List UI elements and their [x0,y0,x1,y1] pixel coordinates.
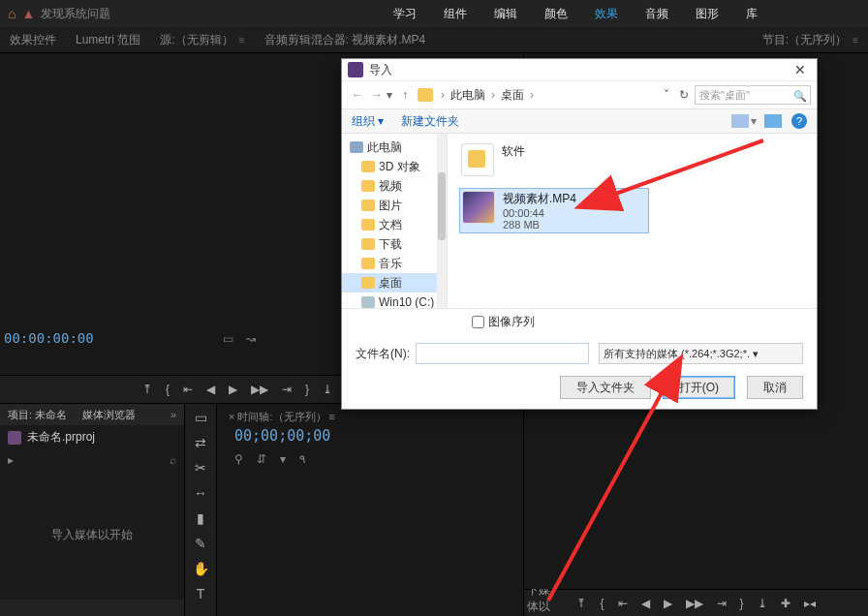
link-icon[interactable]: ⇵ [257,452,266,466]
tool-button[interactable]: ✂ [195,460,206,476]
dialog-nav: ← → ▾ ↑ › 此电脑 › 桌面 › ˅ ↻ 搜索"桌面" 🔍 [342,81,817,109]
tab-project[interactable]: 项目: 未命名 [0,408,75,422]
tree-item-图片[interactable]: 图片 [342,196,447,215]
transport-button[interactable]: ▶▶ [251,383,268,396]
marker-icon[interactable]: ▾ [280,452,286,466]
transport-button[interactable]: ⇤ [183,383,193,396]
transport-button[interactable]: ◀ [206,383,215,396]
tree-item-文档[interactable]: 文档 [342,215,447,234]
workspace-tab-学习[interactable]: 学习 [393,6,417,22]
more-tabs-icon[interactable]: » [163,409,184,420]
add-marker-icon[interactable]: ↝ [246,332,258,344]
path-dropdown-icon[interactable]: ˅ [664,88,669,102]
transport-button[interactable]: ⤒ [142,383,152,396]
transport-button[interactable]: ⇥ [717,597,727,610]
close-icon[interactable]: ≡ [239,35,245,46]
snap-icon[interactable]: ⚲ [234,452,243,466]
transport-button[interactable]: ✚ [781,597,790,610]
help-icon[interactable]: ? [791,113,807,129]
up-icon[interactable]: ↑ [402,88,408,102]
tree-item-3D 对象[interactable]: 3D 对象 [342,157,447,176]
image-sequence-row: 图像序列 [342,308,817,335]
transport-button[interactable]: ⇤ [618,597,628,610]
transport-button[interactable]: ⤒ [576,597,586,610]
tab-effects-controls[interactable]: 效果控件 [0,27,66,52]
refresh-icon[interactable]: ↻ [679,88,689,102]
workspace-tab-颜色[interactable]: 颜色 [544,6,568,22]
file-list[interactable]: 软件视频素材.MP400:00:44288 MB [448,134,817,308]
transport-button[interactable]: ⤓ [758,597,767,610]
close-button[interactable]: ✕ [790,62,811,77]
search-input[interactable]: 搜索"桌面" 🔍 [695,85,811,105]
image-sequence-checkbox[interactable] [472,316,484,328]
view-mode-icon[interactable] [731,114,749,128]
timeline-panel[interactable]: × 时间轴:（无序列） ≡ 00;00;00;00 ⚲ ⇵ ▾ ٩ 在此处放下媒… [217,404,523,616]
import-dialog: 导入 ✕ ← → ▾ ↑ › 此电脑 › 桌面 › ˅ ↻ 搜索"桌面" 🔍 组… [341,58,818,410]
workspace-tab-编辑[interactable]: 编辑 [494,6,517,22]
transport-button[interactable]: { [166,383,170,396]
tool-button[interactable]: ⇄ [195,435,206,450]
cancel-button[interactable]: 取消 [747,376,803,399]
new-folder-button[interactable]: 新建文件夹 [401,113,459,130]
workspace-tab-音频[interactable]: 音频 [645,6,668,22]
tree-item-音乐[interactable]: 音乐 [342,254,447,273]
tree-item-Win10 (C:)[interactable]: Win10 (C:) [342,293,447,308]
tool-button[interactable]: ↔ [194,485,207,501]
source-timecode[interactable]: 00:00:00:00 [4,330,94,346]
fit-icon[interactable]: ▭ [223,332,234,344]
import-folder-button[interactable]: 导入文件夹 [560,376,651,399]
tree-item-此电脑[interactable]: 此电脑 [342,138,447,157]
tab-timeline[interactable]: × 时间轴:（无序列） ≡ [229,411,335,422]
folder-tree[interactable]: 此电脑3D 对象视频图片文档下载音乐桌面Win10 (C:) [342,134,448,308]
filename-input[interactable] [416,343,589,364]
transport-button[interactable]: { [600,597,604,610]
workspace-tab-库[interactable]: 库 [746,6,758,22]
home-icon[interactable]: ⌂ [8,6,16,21]
search-icon[interactable]: ⌕ [170,453,176,467]
tab-audio-mixer[interactable]: 音频剪辑混合器: 视频素材.MP4 [255,27,436,52]
open-button[interactable]: 打开(O) [663,376,735,399]
timeline-timecode[interactable]: 00;00;00;00 [234,427,330,445]
breadcrumb-desktop[interactable]: 桌面 [501,87,524,104]
preview-pane-icon[interactable] [764,114,782,128]
tool-button[interactable]: ▮ [197,510,204,526]
transport-button[interactable]: ▶▶ [686,597,703,610]
tab-program[interactable]: 节目:（无序列）≡ [753,27,868,52]
close-icon[interactable]: ≡ [852,35,858,46]
transport-button[interactable]: ▶ [664,597,672,610]
filetype-dropdown[interactable]: 所有支持的媒体 (*.264;*.3G2;*. ▾ [599,343,803,364]
transport-button[interactable]: ⇥ [282,383,292,396]
tab-lumetri[interactable]: Lumetri 范围 [66,27,150,52]
workspace-tab-组件[interactable]: 组件 [444,6,467,22]
tree-item-桌面[interactable]: 桌面 [342,273,447,293]
tool-button[interactable]: ✎ [195,536,206,551]
tree-item-视频[interactable]: 视频 [342,176,447,196]
transport-button[interactable]: ⤓ [323,383,332,396]
tool-button[interactable]: ✋ [193,561,209,576]
breadcrumb-pc[interactable]: 此电脑 [450,87,485,104]
tool-button[interactable]: ▭ [195,410,207,425]
file-name: 视频素材.MP4 [503,191,576,207]
bin-icon[interactable]: ▸ [8,453,14,467]
settings-icon[interactable]: ٩ [299,452,305,466]
history-dropdown-icon[interactable]: ▾ [387,88,392,102]
dialog-titlebar[interactable]: 导入 ✕ [342,59,817,81]
transport-button[interactable]: ▸◂ [804,597,816,610]
tree-item-下载[interactable]: 下载 [342,234,447,254]
workspace-tab-效果[interactable]: 效果 [595,6,618,22]
file-item-软件[interactable]: 软件 [459,141,809,178]
tab-media-browser[interactable]: 媒体浏览器 [75,408,143,422]
organize-menu[interactable]: 组织 ▾ [352,113,384,130]
transport-button[interactable]: ◀ [641,597,650,610]
scrollbar[interactable] [437,134,447,308]
tab-source[interactable]: 源:（无剪辑）≡ [150,27,254,52]
forward-icon[interactable]: → [371,88,383,102]
file-item-视频素材.MP4[interactable]: 视频素材.MP400:00:44288 MB [459,188,649,233]
transport-button[interactable]: } [305,383,309,396]
transport-button[interactable]: ▶ [229,383,237,396]
tool-button[interactable]: T [197,586,205,601]
back-icon[interactable]: ← [352,88,363,102]
project-drop-hint[interactable]: 导入媒体以开始 [0,471,184,600]
workspace-tab-图形[interactable]: 图形 [696,6,719,22]
transport-button[interactable]: } [740,597,744,610]
